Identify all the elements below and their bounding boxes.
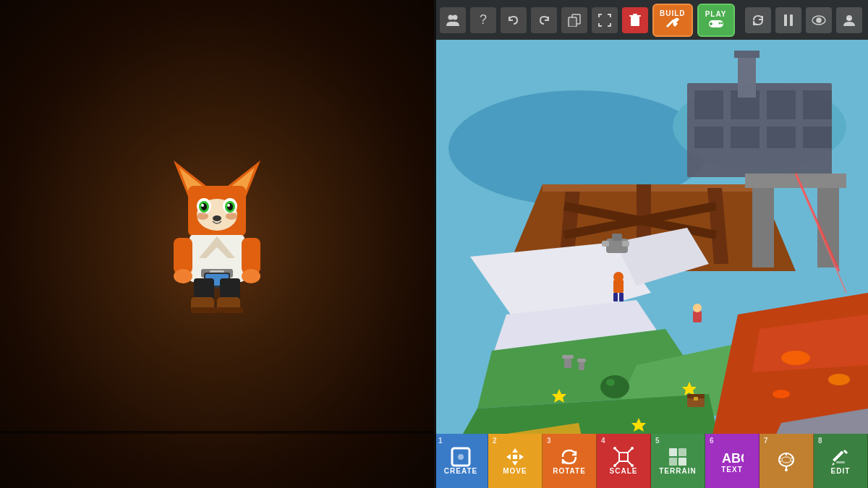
svg-point-104: [606, 379, 615, 386]
copy-button[interactable]: [561, 7, 587, 33]
play-mode-button[interactable]: PLAY: [697, 4, 735, 37]
svg-point-103: [600, 375, 629, 398]
fox-character: [166, 157, 268, 316]
edit-icon: [830, 447, 851, 467]
svg-point-84: [781, 351, 810, 365]
create-icon: [451, 447, 471, 467]
tool-number-1: 1: [438, 437, 443, 445]
rotate-icon: [559, 447, 579, 467]
tool-number-2: 2: [493, 437, 497, 445]
svg-rect-116: [562, 355, 574, 359]
svg-rect-113: [622, 241, 629, 247]
tool-rotate[interactable]: 3 ROTATE: [542, 434, 597, 488]
svg-point-86: [773, 390, 790, 398]
svg-rect-37: [629, 15, 641, 17]
team-button[interactable]: [440, 7, 466, 33]
tool-number-4: 4: [601, 437, 605, 445]
svg-marker-121: [512, 448, 518, 453]
tool-text[interactable]: 6 ABC TEXT: [705, 434, 760, 488]
tool-move[interactable]: 2 MOVE: [488, 434, 542, 488]
tool-number-3: 3: [547, 437, 551, 445]
tool-number-5: 5: [655, 437, 660, 445]
scale-icon: [613, 447, 634, 467]
pause-button[interactable]: [775, 7, 801, 33]
svg-rect-118: [577, 359, 586, 362]
svg-point-48: [817, 18, 821, 22]
svg-rect-108: [619, 293, 624, 301]
svg-point-43: [718, 22, 720, 25]
undo-button[interactable]: [501, 7, 527, 33]
view-button[interactable]: [806, 7, 832, 33]
panel-divider: [434, 0, 436, 488]
create-label: CREATE: [444, 467, 477, 475]
svg-rect-57: [803, 90, 832, 119]
svg-rect-137: [669, 458, 677, 466]
svg-line-144: [779, 461, 781, 462]
main-container: ?: [0, 0, 868, 488]
svg-rect-72: [817, 181, 839, 267]
text-label: TEXT: [721, 466, 743, 474]
text-icon: ABC: [720, 448, 744, 466]
svg-rect-114: [612, 234, 622, 241]
svg-point-16: [226, 213, 237, 220]
tool-ai[interactable]: 7: [760, 434, 814, 488]
tool-number-7: 7: [764, 437, 768, 445]
svg-rect-30: [191, 307, 217, 313]
terrain-label: TERRAIN: [659, 467, 696, 475]
svg-point-22: [174, 269, 192, 283]
svg-rect-42: [710, 23, 712, 25]
top-toolbar: ?: [434, 0, 868, 40]
svg-point-13: [227, 204, 230, 207]
redo-button[interactable]: [531, 7, 557, 33]
svg-rect-102: [694, 397, 698, 401]
svg-marker-150: [832, 463, 835, 466]
svg-rect-135: [669, 448, 677, 456]
tool-edit[interactable]: 8 EDIT: [814, 434, 868, 488]
svg-point-147: [785, 468, 788, 471]
svg-point-106: [613, 272, 624, 282]
rotate-label: ROTATE: [553, 467, 586, 475]
floor-line: [0, 431, 434, 434]
svg-rect-151: [836, 461, 845, 463]
tool-terrain[interactable]: 5 TERRAIN: [651, 434, 705, 488]
svg-rect-58: [694, 127, 723, 148]
svg-rect-71: [752, 181, 774, 267]
wrench-icon: [665, 17, 681, 30]
ai-brain-icon: [776, 451, 796, 471]
svg-rect-126: [619, 453, 628, 461]
refresh-button[interactable]: [745, 7, 771, 33]
right-panel: ?: [434, 0, 868, 488]
terrain-icon: [668, 447, 688, 467]
play-label: PLAY: [705, 10, 727, 18]
scale-label: SCALE: [610, 467, 638, 475]
left-panel: [0, 0, 434, 488]
svg-rect-59: [731, 127, 760, 148]
svg-point-85: [828, 374, 850, 385]
svg-rect-136: [678, 448, 686, 456]
svg-point-120: [458, 454, 464, 460]
build-mode-button[interactable]: BUILD: [652, 4, 693, 37]
svg-rect-117: [579, 361, 584, 370]
svg-point-15: [197, 213, 208, 220]
svg-rect-45: [784, 14, 787, 26]
svg-rect-31: [217, 307, 243, 313]
svg-marker-122: [512, 461, 518, 466]
tool-scale[interactable]: 4 SCALE: [597, 434, 651, 488]
svg-rect-138: [678, 458, 686, 466]
build-label: BUILD: [660, 9, 686, 17]
svg-rect-46: [790, 14, 793, 26]
svg-rect-60: [767, 127, 796, 148]
tool-create[interactable]: 1 CREATE: [434, 434, 488, 488]
move-icon: [505, 447, 525, 467]
svg-rect-21: [242, 238, 260, 274]
delete-button[interactable]: [622, 7, 648, 33]
svg-rect-63: [734, 51, 760, 58]
svg-rect-20: [174, 238, 192, 274]
svg-rect-35: [569, 17, 576, 27]
fullscreen-button[interactable]: [592, 7, 618, 33]
svg-text:ABC: ABC: [722, 451, 744, 466]
account-button[interactable]: [836, 7, 862, 33]
svg-point-132: [631, 447, 634, 450]
help-button[interactable]: ?: [470, 7, 496, 33]
svg-rect-56: [767, 90, 796, 119]
